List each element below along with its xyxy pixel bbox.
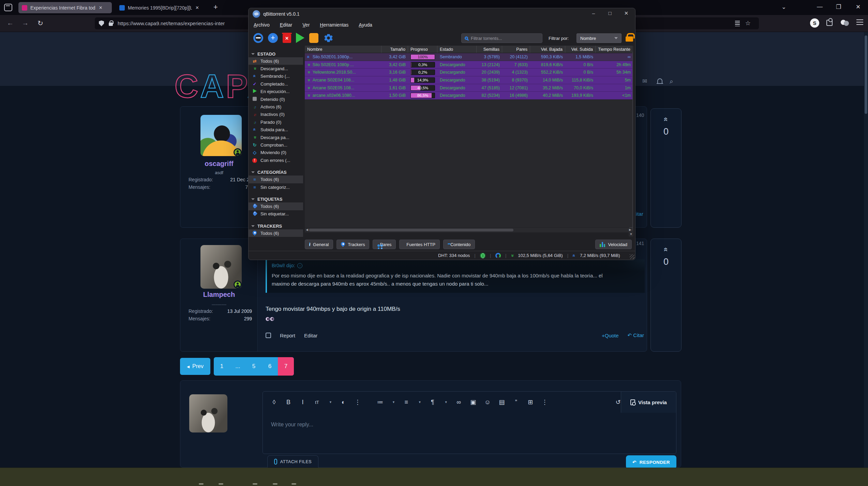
attach-files-button[interactable]: ATTACH FILES bbox=[267, 455, 318, 468]
image-icon[interactable]: ▣ bbox=[470, 398, 476, 406]
italic-icon[interactable]: I bbox=[300, 399, 306, 406]
prev-page-button[interactable]: ◂ Prev bbox=[180, 358, 210, 375]
page-5[interactable]: 5 bbox=[246, 357, 262, 376]
back-icon[interactable]: ← bbox=[7, 19, 14, 27]
column-header[interactable]: Vel. Subida bbox=[565, 46, 596, 53]
page-7[interactable]: 7 bbox=[278, 357, 294, 376]
table-header[interactable]: NombreTamañoProgresoEstadoSemillasParesV… bbox=[305, 46, 632, 53]
sidebar-section-etiquetas[interactable]: ETIQUETAS bbox=[249, 196, 303, 202]
upvote-chevron-icon[interactable]: « bbox=[662, 247, 671, 252]
sidebar-filter-item[interactable]: ↻Comproban... bbox=[249, 141, 303, 149]
report-link[interactable]: Report bbox=[280, 333, 295, 338]
browser-tab-2[interactable]: Memories 1995[BDrip][720p][L ✕ bbox=[116, 2, 203, 13]
resume-icon[interactable] bbox=[296, 33, 304, 43]
browser-tab-1[interactable]: Experiencias Internet Fibra tod ✕ bbox=[18, 2, 112, 13]
sidebar-filter-item[interactable]: «Sembrando (... bbox=[249, 73, 303, 80]
bookmark-star-icon[interactable]: ☆ bbox=[745, 19, 751, 27]
quote-jump-icon[interactable]: ↑ bbox=[297, 263, 302, 268]
username[interactable]: oscagriff bbox=[180, 160, 258, 168]
sidebar-filter-item[interactable]: Detenido (0) bbox=[249, 95, 303, 103]
sidebar-filter-item[interactable]: ↓↑Activos (6) bbox=[249, 103, 303, 110]
sidebar-filter-item[interactable]: En ejecución... bbox=[249, 88, 303, 95]
menu-item-herramientas[interactable]: Herramientas bbox=[320, 22, 348, 28]
qbt-title-bar[interactable]: qb qBittorrent v5.0.1 – □ ✕ bbox=[249, 8, 635, 20]
sidebar-filter-item[interactable]: ⇄Todos (6) bbox=[249, 57, 303, 65]
media-icon[interactable]: ▤ bbox=[499, 398, 505, 406]
list-icon[interactable]: ≔ bbox=[377, 398, 383, 406]
firefox-view-icon[interactable] bbox=[4, 4, 12, 11]
page-scrollbar[interactable] bbox=[864, 32, 868, 468]
qbt-maximize-button[interactable]: □ bbox=[602, 10, 617, 16]
sidebar-filter-item[interactable]: ↓↑Inactivos (0) bbox=[249, 111, 303, 118]
sidebar-section-categorías[interactable]: CATEGORÍAS bbox=[249, 169, 303, 176]
quote-icon[interactable]: ” bbox=[513, 399, 519, 406]
tab-contenido[interactable]: Contenido bbox=[443, 240, 475, 249]
filter-by-select[interactable]: Nombre bbox=[577, 33, 622, 43]
sidebar-section-estado[interactable]: ESTADO bbox=[249, 50, 303, 57]
font-size-icon[interactable]: tT bbox=[314, 400, 320, 405]
menu-hamburger-icon[interactable] bbox=[856, 19, 863, 25]
options-gear-icon[interactable] bbox=[323, 33, 334, 43]
tab-general[interactable]: iGeneral bbox=[305, 240, 333, 249]
remove-format-icon[interactable]: ◊ bbox=[271, 399, 277, 406]
table-h-scrollbar[interactable]: ◀ ▶ bbox=[305, 228, 632, 232]
qbt-close-button[interactable]: ✕ bbox=[619, 10, 634, 16]
sidebar-filter-item[interactable]: ↓↑Parado (0) bbox=[249, 118, 303, 126]
sidebar-filter-item[interactable]: Sin etiquetar... bbox=[249, 210, 303, 218]
sidebar-filter-item[interactable]: «Subida para... bbox=[249, 126, 303, 134]
align-icon[interactable]: ≡ bbox=[403, 399, 409, 406]
sidebar-section-trackers[interactable]: TRACKERS bbox=[249, 223, 303, 229]
reader-mode-icon[interactable] bbox=[735, 21, 740, 26]
sidebar-filter-item[interactable]: «Descargand... bbox=[249, 65, 303, 72]
messages-envelope-icon[interactable]: ✉ bbox=[642, 78, 647, 85]
qbt-minimize-button[interactable]: – bbox=[586, 10, 601, 16]
column-header[interactable]: Pares bbox=[502, 46, 530, 53]
upvote-chevron-icon[interactable]: « bbox=[662, 117, 671, 121]
tab-velocidad[interactable]: Velocidad bbox=[595, 240, 632, 249]
speed-limit-gauge-icon[interactable] bbox=[495, 253, 501, 258]
sidebar-filter-item[interactable]: ≡Sin categoriz... bbox=[249, 183, 303, 191]
forward-icon[interactable]: → bbox=[22, 19, 29, 27]
citar-link[interactable]: ↶ Citar bbox=[628, 332, 644, 338]
browser-restore-button[interactable]: ❐ bbox=[836, 3, 841, 11]
paragraph-icon[interactable]: ¶ bbox=[430, 399, 436, 406]
tab-trackers[interactable]: Trackers bbox=[336, 240, 369, 249]
tab1-close-icon[interactable]: ✕ bbox=[99, 5, 103, 10]
extensions-puzzle-icon[interactable] bbox=[826, 20, 833, 26]
text-color-icon[interactable]: ◐ bbox=[340, 399, 346, 406]
add-torrent-link-icon[interactable] bbox=[253, 33, 263, 43]
table-icon[interactable]: ⊞ bbox=[527, 398, 534, 406]
browser-close-button[interactable]: ✕ bbox=[856, 3, 860, 11]
container-circles-icon[interactable] bbox=[841, 20, 850, 26]
stop-icon[interactable] bbox=[309, 33, 318, 43]
link-icon[interactable]: ∞ bbox=[456, 399, 462, 406]
menu-item-ayuda[interactable]: Ayuda bbox=[359, 22, 372, 28]
connection-globe-icon[interactable] bbox=[480, 253, 485, 258]
new-tab-button[interactable]: + bbox=[213, 3, 218, 12]
tab-list-chevron-icon[interactable]: ⌄ bbox=[781, 3, 786, 11]
select-post-checkbox[interactable] bbox=[266, 333, 271, 338]
sidebar-filter-item[interactable]: !Con errores (... bbox=[249, 156, 303, 164]
sidebar-filter-item[interactable]: ✓Completado... bbox=[249, 80, 303, 88]
torrent-row[interactable]: «arcane.s02e06.1080...1,50 GiB86,5%Desca… bbox=[305, 92, 632, 100]
undo-icon[interactable]: ↺ bbox=[615, 398, 621, 406]
sidebar-filter-item[interactable]: «Descarga pa... bbox=[249, 134, 303, 141]
add-torrent-file-icon[interactable]: + bbox=[268, 33, 278, 43]
tab-pares[interactable]: Pares bbox=[373, 240, 396, 249]
extension-s-icon[interactable]: S bbox=[810, 18, 819, 28]
resize-grip[interactable] bbox=[630, 254, 634, 259]
column-header[interactable]: Semillas bbox=[477, 46, 502, 53]
tab-fuentes-http[interactable]: Fuentes HTTP bbox=[399, 240, 440, 249]
responder-button[interactable]: ↶ RESPONDER bbox=[626, 455, 676, 469]
smilie-icon[interactable]: ☺ bbox=[484, 399, 491, 406]
forum-search-icon[interactable]: ⌕ bbox=[670, 78, 673, 85]
torrent-row[interactable]: «Silo.S02E01.1080p...3,42 GiB100%Sembran… bbox=[305, 53, 632, 61]
tracking-shield-icon[interactable] bbox=[99, 20, 104, 26]
tab2-close-icon[interactable]: ✕ bbox=[195, 5, 199, 10]
username[interactable]: Llampech bbox=[180, 291, 258, 299]
sidebar-filter-item[interactable]: Todos (6) bbox=[249, 229, 303, 237]
torrent-row[interactable]: «Yellowstone.2018.S0...3,16 GiB0,2%Desca… bbox=[305, 69, 632, 76]
sidebar-filter-item[interactable]: ≡Todos (6) bbox=[249, 176, 303, 183]
column-header[interactable]: Tamaño bbox=[381, 46, 408, 53]
torrent-row[interactable]: «Silo S02E01 1080p ...3,42 GiB0,3%Descar… bbox=[305, 61, 632, 69]
